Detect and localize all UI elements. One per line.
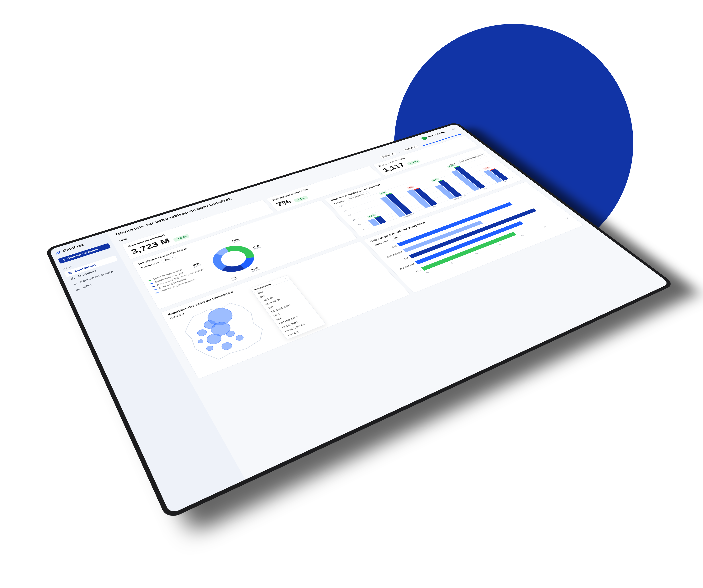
brand-bars-icon [55,250,62,255]
arrow-right-icon: → [398,151,402,153]
trend-up-icon [409,162,413,164]
brand-name: DataFret [62,243,84,252]
donut-slice [208,252,231,271]
upload-icon [61,258,66,261]
chevron-down-icon [445,130,449,132]
bar-group: -2% [404,184,437,208]
trend-up-icon [175,238,179,240]
map-bubble [196,328,208,337]
trend-badge: 1.42 [293,195,309,202]
bar-group: +7% [376,190,412,217]
dot-icon [182,313,184,315]
date-filter-label: Date [119,238,128,242]
dropdown-option[interactable]: SCHENKER [261,290,301,308]
notifications-button[interactable] [450,128,457,131]
dropdown-option[interactable]: Tous [253,279,293,297]
dropdown-option[interactable]: TNT [264,293,304,311]
legend-swatch [155,292,159,293]
france-bubble-map [171,293,279,370]
dropdown-option[interactable]: DHL [256,283,296,300]
delta-badge: -2% [407,185,414,189]
svg-rect-1 [57,251,59,254]
map-bubble [197,339,204,344]
trend-badge: 2.73 [406,159,421,166]
avatar [420,136,428,140]
dropdown-option[interactable]: DB UPS [284,320,325,339]
hbar-row [414,208,559,264]
donut-value-label: 21.9k(24.1%) [250,267,260,272]
chevron-down-icon [284,277,287,280]
donut-value-label: 9.7k(11.5%) [229,275,239,281]
alert-icon [70,276,75,280]
hbar-label: UPS [403,269,421,277]
sidebar: DataFret Déposer un fichier MENU Dashboa… [49,232,245,514]
legend-swatch [152,285,155,287]
bar-group: -5% [480,165,509,183]
bar-group: +24% [428,177,462,199]
trend-up-icon [296,199,300,201]
delta-badge: -5% [483,166,490,170]
map-bubble [204,305,236,328]
hbar-label: TNT [391,257,409,265]
chart-icon [75,287,80,291]
dropdown-option[interactable]: GEODIS [259,286,299,304]
legend-swatch [148,279,152,281]
dropdown-option[interactable]: COLISSIMO [278,312,319,331]
svg-rect-3 [68,272,69,273]
bell-icon [450,128,457,131]
trend-badge: 3.36 [173,234,190,242]
svg-rect-4 [70,272,71,273]
hbar-label: DPD [379,245,397,252]
hbar-label: CHRONOPOST [385,251,403,258]
dropdown-option[interactable]: DB SCHENKER [281,316,322,335]
svg-rect-0 [56,253,57,254]
map-bubble [205,332,223,346]
donut-legend: Erreur de regroupementSuppléments incorr… [148,262,209,294]
search-icon [73,282,78,285]
